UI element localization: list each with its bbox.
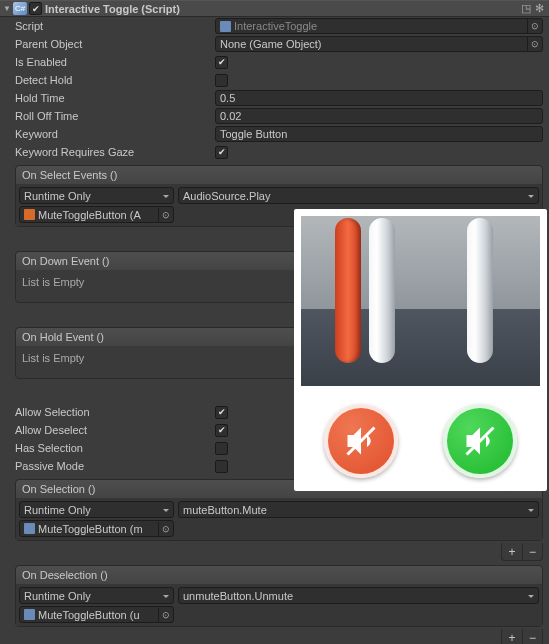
keyword-row: Keyword Toggle Button <box>0 125 549 143</box>
component-enabled-checkbox[interactable] <box>29 2 42 15</box>
component-header[interactable]: ▼ C# Interactive Toggle (Script) ◳ ✻ <box>0 0 549 17</box>
remove-event-button[interactable]: − <box>522 543 542 560</box>
settings-icon[interactable]: ✻ <box>535 2 544 15</box>
script-ref-icon <box>24 609 35 620</box>
parent-object-field[interactable]: None (Game Object) <box>215 36 543 52</box>
add-event-button[interactable]: + <box>502 629 522 644</box>
toggle-3d-right-white <box>467 218 493 363</box>
script-icon: C# <box>13 2 27 15</box>
mute-button-preview <box>324 404 398 478</box>
object-picker-icon[interactable] <box>158 608 172 622</box>
event-target-field[interactable]: MuteToggleButton (u <box>19 606 174 623</box>
event-target-field[interactable]: MuteToggleButton (A <box>19 206 174 223</box>
passive-mode-checkbox[interactable] <box>215 460 228 473</box>
function-dropdown[interactable]: muteButton.Mute <box>178 501 539 518</box>
roll-off-input[interactable]: 0.02 <box>215 108 543 124</box>
toggle-3d-left-white <box>369 218 395 363</box>
component-title: Interactive Toggle (Script) <box>45 3 521 15</box>
mute-slash-icon <box>343 423 379 459</box>
parent-field-row: Parent Object None (Game Object) <box>0 35 549 53</box>
detect-hold-row: Detect Hold <box>0 71 549 89</box>
function-dropdown[interactable]: AudioSource.Play <box>178 187 539 204</box>
event-header: On Select Events () <box>16 166 542 184</box>
event-header: On Deselection () <box>16 566 542 584</box>
object-picker-icon[interactable] <box>527 19 541 33</box>
keyword-input[interactable]: Toggle Button <box>215 126 543 142</box>
csharp-icon <box>220 21 231 32</box>
allow-selection-checkbox[interactable] <box>215 406 228 419</box>
detect-hold-checkbox[interactable] <box>215 74 228 87</box>
script-ref-icon <box>24 523 35 534</box>
mute-slash-icon <box>462 423 498 459</box>
object-picker-icon[interactable] <box>527 37 541 51</box>
function-dropdown[interactable]: unmuteButton.Unmute <box>178 587 539 604</box>
roll-off-row: Roll Off Time 0.02 <box>0 107 549 125</box>
hold-time-input[interactable]: 0.5 <box>215 90 543 106</box>
object-picker-icon[interactable] <box>158 522 172 536</box>
foldout-icon[interactable]: ▼ <box>3 4 13 13</box>
gameobject-icon <box>24 209 35 220</box>
keyword-gaze-row: Keyword Requires Gaze <box>0 143 549 161</box>
runtime-dropdown[interactable]: Runtime Only <box>19 587 174 604</box>
on-deselection-section: On Deselection () Runtime Only MuteToggl… <box>15 565 543 627</box>
help-icon[interactable]: ◳ <box>521 2 531 15</box>
toggle-3d-left-red <box>335 218 361 363</box>
is-enabled-row: Is Enabled <box>0 53 549 71</box>
allow-deselect-checkbox[interactable] <box>215 424 228 437</box>
add-event-button[interactable]: + <box>502 543 522 560</box>
hold-time-row: Hold Time 0.5 <box>0 89 549 107</box>
object-picker-icon[interactable] <box>158 208 172 222</box>
event-target-field[interactable]: MuteToggleButton (m <box>19 520 174 537</box>
parent-label: Parent Object <box>15 38 215 50</box>
remove-event-button[interactable]: − <box>522 629 542 644</box>
script-field-row: Script InteractiveToggle <box>0 17 549 35</box>
keyword-gaze-checkbox[interactable] <box>215 146 228 159</box>
runtime-dropdown[interactable]: Runtime Only <box>19 187 174 204</box>
script-value: InteractiveToggle <box>215 18 543 34</box>
script-label: Script <box>15 20 215 32</box>
has-selection-checkbox[interactable] <box>215 442 228 455</box>
scene-preview-3d <box>301 216 540 386</box>
runtime-dropdown[interactable]: Runtime Only <box>19 501 174 518</box>
is-enabled-checkbox[interactable] <box>215 56 228 69</box>
preview-overlay <box>294 209 547 491</box>
unmute-button-preview <box>443 404 517 478</box>
